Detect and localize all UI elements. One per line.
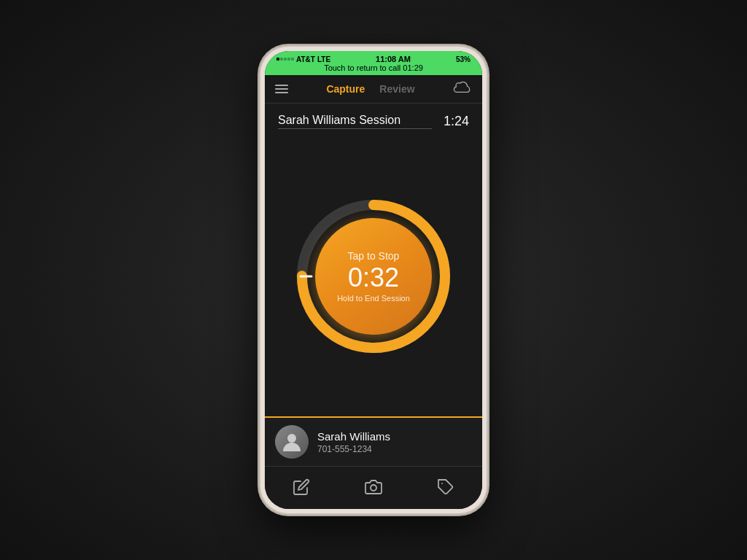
nav-tabs: Capture Review [326,83,414,95]
tap-to-stop-label: Tap to Stop [348,250,400,262]
contact-info: Sarah Williams 701-555-1234 [317,430,472,454]
time-label: 11:08 AM [376,55,411,63]
hold-to-end-label: Hold to End Session [337,294,410,303]
contact-phone: 701-555-1234 [317,444,472,454]
camera-icon [365,478,382,496]
contact-name: Sarah Williams [317,430,472,443]
tag-icon [437,478,454,496]
carrier-label: AT&T [296,55,315,63]
edit-button[interactable] [287,474,316,500]
timer-display: 0:32 [348,265,399,291]
session-header: Sarah Williams Session 1:24 [265,104,482,136]
edit-icon [293,478,310,496]
tab-capture[interactable]: Capture [326,83,365,95]
session-elapsed: 1:24 [444,114,469,129]
svg-point-3 [287,434,296,443]
cloud-icon[interactable] [453,81,472,97]
timer-section: Tap to Stop 0:32 Hold to End Session [265,136,482,416]
nav-bar: Capture Review [265,75,482,104]
phone-frame: AT&T LTE 11:08 AM 53% Touch to return to… [260,47,487,513]
timer-ring: Tap to Stop 0:32 Hold to End Session [297,200,450,353]
contact-strip[interactable]: Sarah Williams 701-555-1234 [265,416,482,466]
svg-point-4 [371,485,376,491]
menu-button[interactable] [275,85,288,93]
avatar [275,425,309,459]
bottom-toolbar [265,466,482,509]
tag-button[interactable] [431,474,460,500]
network-label: LTE [317,55,330,63]
call-banner[interactable]: AT&T LTE 11:08 AM 53% Touch to return to… [265,51,482,75]
camera-button[interactable] [359,474,388,500]
call-banner-text[interactable]: Touch to return to call 01:29 [271,63,476,72]
session-title: Sarah Williams Session [278,114,432,129]
tab-review[interactable]: Review [379,83,414,95]
avatar-image [275,425,309,459]
signal-icon [276,58,294,61]
battery-label: 53% [456,55,471,63]
timer-button[interactable]: Tap to Stop 0:32 Hold to End Session [315,218,432,335]
phone-screen: AT&T LTE 11:08 AM 53% Touch to return to… [265,51,482,509]
